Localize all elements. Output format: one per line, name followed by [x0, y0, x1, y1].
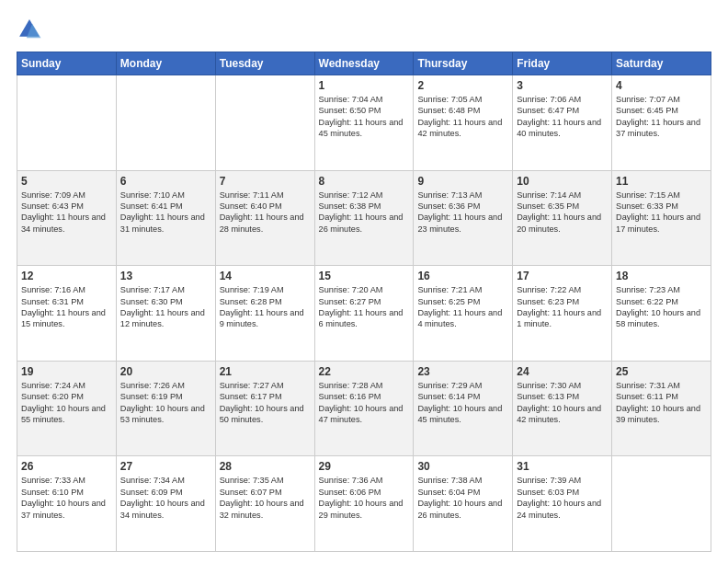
week-row-3: 12Sunrise: 7:16 AM Sunset: 6:31 PM Dayli… — [17, 266, 711, 362]
day-cell: 10Sunrise: 7:14 AM Sunset: 6:35 PM Dayli… — [513, 170, 612, 266]
weekday-monday: Monday — [116, 52, 215, 75]
day-info: Sunrise: 7:31 AM Sunset: 6:11 PM Dayligh… — [616, 380, 707, 426]
day-number: 26 — [21, 460, 112, 473]
day-info: Sunrise: 7:29 AM Sunset: 6:14 PM Dayligh… — [417, 380, 508, 426]
week-row-4: 19Sunrise: 7:24 AM Sunset: 6:20 PM Dayli… — [17, 361, 711, 456]
day-cell: 29Sunrise: 7:36 AM Sunset: 6:06 PM Dayli… — [314, 456, 414, 552]
day-number: 22 — [319, 365, 410, 378]
day-info: Sunrise: 7:21 AM Sunset: 6:25 PM Dayligh… — [417, 284, 508, 330]
day-info: Sunrise: 7:19 AM Sunset: 6:28 PM Dayligh… — [220, 284, 311, 330]
weekday-header-row: SundayMondayTuesdayWednesdayThursdayFrid… — [17, 52, 711, 75]
day-cell: 19Sunrise: 7:24 AM Sunset: 6:20 PM Dayli… — [17, 361, 117, 456]
day-info: Sunrise: 7:28 AM Sunset: 6:16 PM Dayligh… — [319, 380, 410, 426]
day-cell: 18Sunrise: 7:23 AM Sunset: 6:22 PM Dayli… — [612, 266, 711, 362]
day-number: 17 — [517, 270, 608, 282]
day-number: 18 — [616, 270, 707, 282]
day-info: Sunrise: 7:27 AM Sunset: 6:17 PM Dayligh… — [220, 380, 311, 426]
day-info: Sunrise: 7:34 AM Sunset: 6:09 PM Dayligh… — [120, 475, 211, 521]
day-info: Sunrise: 7:07 AM Sunset: 6:45 PM Dayligh… — [616, 94, 707, 140]
day-number: 21 — [220, 365, 311, 378]
day-info: Sunrise: 7:15 AM Sunset: 6:33 PM Dayligh… — [616, 190, 707, 236]
day-number: 16 — [417, 270, 508, 282]
day-info: Sunrise: 7:14 AM Sunset: 6:35 PM Dayligh… — [517, 190, 608, 236]
day-number: 31 — [517, 460, 608, 473]
day-info: Sunrise: 7:38 AM Sunset: 6:04 PM Dayligh… — [417, 475, 508, 521]
day-number: 13 — [120, 270, 211, 282]
day-number: 20 — [120, 365, 211, 378]
weekday-wednesday: Wednesday — [314, 52, 414, 75]
day-cell: 13Sunrise: 7:17 AM Sunset: 6:30 PM Dayli… — [116, 266, 215, 362]
day-number: 5 — [21, 175, 112, 188]
day-cell — [116, 75, 215, 171]
day-number: 2 — [417, 79, 508, 92]
logo — [17, 17, 46, 42]
week-row-1: 1Sunrise: 7:04 AM Sunset: 6:50 PM Daylig… — [17, 75, 711, 171]
day-info: Sunrise: 7:16 AM Sunset: 6:31 PM Dayligh… — [21, 284, 112, 330]
day-number: 12 — [21, 270, 112, 282]
logo-icon — [17, 17, 42, 42]
calendar-table: SundayMondayTuesdayWednesdayThursdayFrid… — [17, 52, 711, 552]
day-cell: 6Sunrise: 7:10 AM Sunset: 6:41 PM Daylig… — [116, 170, 215, 266]
day-number: 10 — [517, 175, 608, 188]
day-cell: 22Sunrise: 7:28 AM Sunset: 6:16 PM Dayli… — [314, 361, 414, 456]
day-info: Sunrise: 7:24 AM Sunset: 6:20 PM Dayligh… — [21, 380, 112, 426]
day-cell — [215, 75, 314, 171]
day-cell: 30Sunrise: 7:38 AM Sunset: 6:04 PM Dayli… — [414, 456, 513, 552]
day-cell: 2Sunrise: 7:05 AM Sunset: 6:48 PM Daylig… — [414, 75, 513, 171]
day-cell: 11Sunrise: 7:15 AM Sunset: 6:33 PM Dayli… — [612, 170, 711, 266]
day-cell: 26Sunrise: 7:33 AM Sunset: 6:10 PM Dayli… — [17, 456, 117, 552]
day-info: Sunrise: 7:36 AM Sunset: 6:06 PM Dayligh… — [319, 475, 410, 521]
day-number: 15 — [319, 270, 410, 282]
day-number: 27 — [120, 460, 211, 473]
day-number: 28 — [220, 460, 311, 473]
day-cell: 17Sunrise: 7:22 AM Sunset: 6:23 PM Dayli… — [513, 266, 612, 362]
day-cell: 15Sunrise: 7:20 AM Sunset: 6:27 PM Dayli… — [314, 266, 414, 362]
day-cell: 25Sunrise: 7:31 AM Sunset: 6:11 PM Dayli… — [612, 361, 711, 456]
day-info: Sunrise: 7:10 AM Sunset: 6:41 PM Dayligh… — [120, 190, 211, 236]
day-number: 24 — [517, 365, 608, 378]
day-info: Sunrise: 7:09 AM Sunset: 6:43 PM Dayligh… — [21, 190, 112, 236]
week-row-5: 26Sunrise: 7:33 AM Sunset: 6:10 PM Dayli… — [17, 456, 711, 552]
day-cell: 7Sunrise: 7:11 AM Sunset: 6:40 PM Daylig… — [215, 170, 314, 266]
day-cell: 23Sunrise: 7:29 AM Sunset: 6:14 PM Dayli… — [414, 361, 513, 456]
day-cell: 27Sunrise: 7:34 AM Sunset: 6:09 PM Dayli… — [116, 456, 215, 552]
day-cell: 4Sunrise: 7:07 AM Sunset: 6:45 PM Daylig… — [612, 75, 711, 171]
day-cell: 14Sunrise: 7:19 AM Sunset: 6:28 PM Dayli… — [215, 266, 314, 362]
day-number: 1 — [319, 79, 410, 92]
day-info: Sunrise: 7:35 AM Sunset: 6:07 PM Dayligh… — [220, 475, 311, 521]
day-cell — [612, 456, 711, 552]
weekday-sunday: Sunday — [17, 52, 117, 75]
day-number: 23 — [417, 365, 508, 378]
day-info: Sunrise: 7:11 AM Sunset: 6:40 PM Dayligh… — [220, 190, 311, 236]
day-number: 14 — [220, 270, 311, 282]
day-cell: 24Sunrise: 7:30 AM Sunset: 6:13 PM Dayli… — [513, 361, 612, 456]
day-info: Sunrise: 7:23 AM Sunset: 6:22 PM Dayligh… — [616, 284, 707, 330]
day-info: Sunrise: 7:13 AM Sunset: 6:36 PM Dayligh… — [417, 190, 508, 236]
day-info: Sunrise: 7:05 AM Sunset: 6:48 PM Dayligh… — [417, 94, 508, 140]
day-number: 6 — [120, 175, 211, 188]
weekday-thursday: Thursday — [414, 52, 513, 75]
day-number: 25 — [616, 365, 707, 378]
day-info: Sunrise: 7:30 AM Sunset: 6:13 PM Dayligh… — [517, 380, 608, 426]
weekday-friday: Friday — [513, 52, 612, 75]
weekday-tuesday: Tuesday — [215, 52, 314, 75]
day-info: Sunrise: 7:04 AM Sunset: 6:50 PM Dayligh… — [319, 94, 410, 140]
day-info: Sunrise: 7:12 AM Sunset: 6:38 PM Dayligh… — [319, 190, 410, 236]
day-cell — [17, 75, 117, 171]
day-number: 9 — [417, 175, 508, 188]
page-header — [17, 17, 711, 42]
weekday-saturday: Saturday — [612, 52, 711, 75]
day-number: 29 — [319, 460, 410, 473]
day-info: Sunrise: 7:17 AM Sunset: 6:30 PM Dayligh… — [120, 284, 211, 330]
day-cell: 20Sunrise: 7:26 AM Sunset: 6:19 PM Dayli… — [116, 361, 215, 456]
day-cell: 5Sunrise: 7:09 AM Sunset: 6:43 PM Daylig… — [17, 170, 117, 266]
day-cell: 9Sunrise: 7:13 AM Sunset: 6:36 PM Daylig… — [414, 170, 513, 266]
day-cell: 16Sunrise: 7:21 AM Sunset: 6:25 PM Dayli… — [414, 266, 513, 362]
day-number: 3 — [517, 79, 608, 92]
day-cell: 3Sunrise: 7:06 AM Sunset: 6:47 PM Daylig… — [513, 75, 612, 171]
day-number: 8 — [319, 175, 410, 188]
day-info: Sunrise: 7:39 AM Sunset: 6:03 PM Dayligh… — [517, 475, 608, 521]
day-cell: 12Sunrise: 7:16 AM Sunset: 6:31 PM Dayli… — [17, 266, 117, 362]
day-number: 19 — [21, 365, 112, 378]
day-cell: 28Sunrise: 7:35 AM Sunset: 6:07 PM Dayli… — [215, 456, 314, 552]
